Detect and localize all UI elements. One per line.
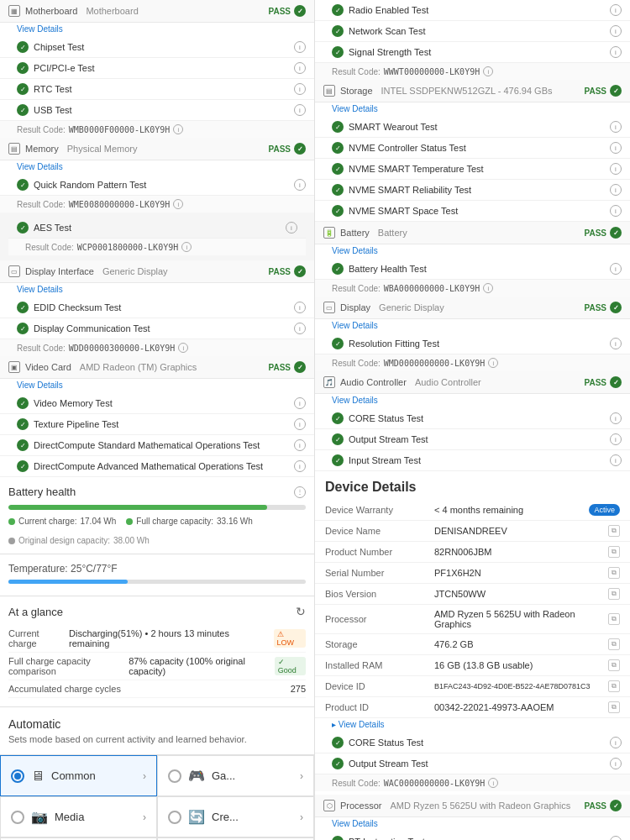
storage-view-details[interactable]: View Details	[315, 102, 630, 117]
test-name: AES Test	[34, 223, 71, 233]
memory-subtitle: Physical Memory	[67, 144, 138, 154]
check-icon: ✓	[332, 46, 344, 58]
audio-title: Audio Controller	[340, 377, 407, 387]
audio2-view-details[interactable]: ▸ View Details	[315, 718, 630, 732]
refresh-icon[interactable]: ↻	[296, 605, 306, 618]
copy-icon[interactable]: ⧉	[608, 567, 620, 579]
info-icon[interactable]: i	[294, 62, 306, 74]
copy-icon[interactable]: ⧉	[608, 613, 620, 625]
motherboard-subtitle: Motherboard	[86, 6, 138, 16]
info-icon[interactable]: i	[610, 121, 622, 133]
result-code-info-icon[interactable]: i	[488, 358, 498, 368]
battery-pass-badge: PASS ✓	[585, 227, 622, 239]
copy-icon[interactable]: ⧉	[608, 546, 620, 558]
video-title: Video Card	[25, 362, 71, 372]
right-display-section: ▭ Display Generic Display PASS ✓ View De…	[315, 297, 630, 371]
info-icon[interactable]: i	[294, 104, 306, 116]
installed-ram-label: Installed RAM	[315, 655, 424, 676]
info-icon[interactable]: i	[294, 460, 306, 472]
result-code-info-icon[interactable]: i	[178, 343, 188, 353]
info-icon[interactable]: i	[610, 46, 622, 58]
check-icon: ✓	[17, 323, 29, 334]
info-icon[interactable]: i	[294, 323, 306, 334]
copy-icon[interactable]: ⧉	[608, 701, 620, 713]
info-icon[interactable]: i	[610, 25, 622, 37]
test-row: ✓ Output Stream Test i	[315, 429, 630, 450]
result-code-info-icon[interactable]: i	[173, 199, 183, 209]
info-icon[interactable]: i	[610, 338, 622, 349]
info-icon[interactable]: i	[294, 179, 306, 191]
copy-icon[interactable]: ⧉	[608, 588, 620, 600]
info-icon[interactable]: i	[610, 433, 622, 445]
info-icon[interactable]: i	[294, 41, 306, 53]
info-icon[interactable]: i	[610, 412, 622, 424]
copy-icon[interactable]: ⧉	[608, 638, 620, 650]
temperature-section: Temperature: 25°C/77°F	[0, 554, 314, 596]
test-name: NVME Controller Status Test	[349, 143, 466, 153]
memory-view-details[interactable]: View Details	[0, 160, 314, 175]
radio-result-code: Result Code: WWWT00000000-LK0Y9H i	[315, 63, 630, 80]
audio-section: 🎵 Audio Controller Audio Controller PASS…	[315, 371, 630, 471]
processor-pass-icon: ✓	[610, 800, 622, 811]
info-icon[interactable]: i	[610, 758, 622, 769]
battery-view-details[interactable]: View Details	[315, 244, 630, 259]
info-icon[interactable]: i	[610, 836, 622, 840]
display-title: Display Interface	[25, 266, 94, 276]
right-display-pass-icon: ✓	[610, 302, 622, 313]
info-icon[interactable]: i	[286, 222, 297, 234]
bios-version-label: Bios Version	[315, 584, 424, 605]
result-code-info-icon[interactable]: i	[173, 124, 183, 134]
memory-title: Memory	[25, 144, 59, 154]
test-name: RTC Test	[34, 84, 71, 94]
info-icon[interactable]: i	[610, 163, 622, 175]
copy-icon[interactable]: ⧉	[608, 525, 620, 537]
mode-btn-media[interactable]: 📷 Media ›	[0, 796, 157, 837]
info-icon[interactable]: i	[294, 418, 306, 430]
processor-view-details[interactable]: View Details	[315, 817, 630, 832]
info-icon[interactable]: i	[610, 737, 622, 748]
mode-btn-common[interactable]: 🖥 Common ›	[0, 755, 157, 796]
right-display-pass-badge: PASS ✓	[585, 302, 622, 313]
motherboard-view-details[interactable]: View Details	[0, 23, 314, 37]
video-view-details[interactable]: View Details	[0, 379, 314, 393]
good-badge: ✓ Good	[275, 657, 306, 675]
device-name-value: DENISANDREEV	[434, 526, 507, 536]
active-badge: Active	[589, 504, 620, 516]
info-icon[interactable]: i	[610, 454, 622, 466]
info-icon[interactable]: i	[610, 263, 622, 275]
display-view-details[interactable]: View Details	[0, 283, 314, 297]
audio-header: 🎵 Audio Controller Audio Controller PASS…	[315, 371, 630, 394]
result-code-info-icon[interactable]: i	[483, 283, 493, 293]
right-display-view-details[interactable]: View Details	[315, 319, 630, 333]
warranty-value: < 4 months remaining	[434, 505, 523, 515]
info-icon[interactable]: i	[294, 302, 306, 313]
mode-btn-gaming[interactable]: 🎮 Ga... ›	[157, 755, 314, 796]
battery-health-menu-icon[interactable]: ⋮	[294, 486, 306, 498]
mode-btn-creative[interactable]: 🔄 Cre... ›	[157, 796, 314, 837]
battery-result-code: Result Code: WBA000000000-LK0Y9H i	[315, 280, 630, 297]
copy-icon[interactable]: ⧉	[608, 659, 620, 671]
info-icon[interactable]: i	[610, 4, 622, 16]
check-icon: ✓	[332, 4, 344, 16]
info-icon[interactable]: i	[610, 142, 622, 154]
audio-view-details[interactable]: View Details	[315, 394, 630, 408]
processor-section: ⬡ Processor AMD Ryzen 5 5625U with Radeo…	[315, 795, 630, 840]
test-name: Quick Random Pattern Test	[34, 180, 146, 190]
result-code-info-icon[interactable]: i	[483, 66, 493, 76]
info-icon[interactable]: i	[610, 205, 622, 217]
storage-section: ▤ Storage INTEL SSDPEKNW512GZL - 476.94 …	[315, 80, 630, 222]
right-display-subtitle: Generic Display	[379, 302, 444, 312]
test-row: ✓ NVME Controller Status Test i	[315, 138, 630, 159]
info-icon[interactable]: i	[294, 439, 306, 451]
full-charge-value: 33.16 Wh	[217, 517, 253, 526]
info-icon[interactable]: i	[610, 184, 622, 196]
result-code-info-icon[interactable]: i	[181, 242, 192, 252]
at-a-glance-section: At a glance ↻ Current charge Discharging…	[0, 596, 314, 707]
info-icon[interactable]: i	[294, 83, 306, 95]
copy-icon[interactable]: ⧉	[608, 680, 620, 692]
test-name: USB Test	[34, 105, 72, 115]
test-row: ✓ USB Test i	[0, 100, 314, 121]
info-icon[interactable]: i	[294, 397, 306, 409]
glance-row-charge-cycles: Accumulated charge cycles 275	[8, 680, 306, 698]
result-code-info-icon[interactable]: i	[488, 778, 498, 788]
